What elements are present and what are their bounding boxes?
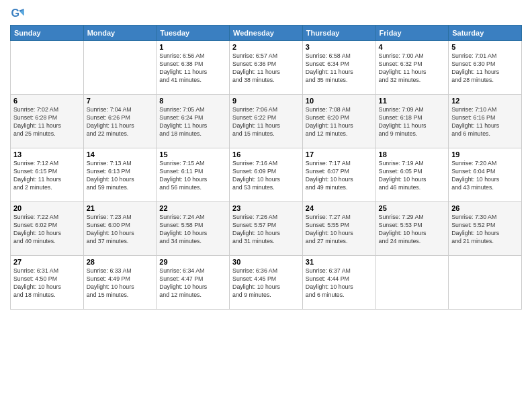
- day-number: 19: [451, 150, 519, 158]
- day-info: Sunrise: 7:00 AM Sunset: 6:32 PM Dayligh…: [379, 52, 446, 85]
- calendar-cell: 26Sunrise: 7:30 AM Sunset: 5:52 PM Dayli…: [449, 202, 522, 256]
- day-info: Sunrise: 6:56 AM Sunset: 6:38 PM Dayligh…: [159, 52, 226, 85]
- day-info: Sunrise: 7:17 AM Sunset: 6:07 PM Dayligh…: [306, 160, 373, 192]
- calendar-cell: 15Sunrise: 7:15 AM Sunset: 6:11 PM Dayli…: [157, 148, 230, 202]
- calendar-cell: 23Sunrise: 7:26 AM Sunset: 5:57 PM Dayli…: [230, 202, 303, 256]
- day-info: Sunrise: 7:23 AM Sunset: 6:00 PM Dayligh…: [87, 214, 154, 246]
- calendar-cell: 22Sunrise: 7:24 AM Sunset: 5:58 PM Dayli…: [157, 202, 230, 256]
- day-info: Sunrise: 7:12 AM Sunset: 6:15 PM Dayligh…: [13, 160, 81, 192]
- day-info: Sunrise: 6:57 AM Sunset: 6:36 PM Dayligh…: [232, 52, 300, 85]
- calendar-cell: 21Sunrise: 7:23 AM Sunset: 6:00 PM Dayli…: [83, 202, 157, 256]
- calendar-cell: 31Sunrise: 6:37 AM Sunset: 4:44 PM Dayli…: [302, 256, 375, 310]
- day-info: Sunrise: 7:13 AM Sunset: 6:13 PM Dayligh…: [87, 160, 154, 192]
- weekday-header: Sunday: [11, 26, 84, 41]
- day-info: Sunrise: 7:24 AM Sunset: 5:58 PM Dayligh…: [159, 214, 226, 246]
- calendar-cell: 29Sunrise: 6:34 AM Sunset: 4:47 PM Dayli…: [157, 256, 230, 310]
- calendar-cell: 9Sunrise: 7:06 AM Sunset: 6:22 PM Daylig…: [230, 95, 303, 148]
- weekday-header: Tuesday: [157, 26, 230, 41]
- calendar-cell: [11, 41, 84, 95]
- day-info: Sunrise: 6:33 AM Sunset: 4:49 PM Dayligh…: [87, 267, 154, 300]
- calendar-cell: 6Sunrise: 7:02 AM Sunset: 6:28 PM Daylig…: [11, 95, 84, 148]
- day-info: Sunrise: 7:02 AM Sunset: 6:28 PM Dayligh…: [13, 106, 81, 138]
- day-info: Sunrise: 7:27 AM Sunset: 5:55 PM Dayligh…: [306, 214, 373, 246]
- calendar-body: 1Sunrise: 6:56 AM Sunset: 6:38 PM Daylig…: [11, 41, 522, 310]
- calendar-cell: 30Sunrise: 6:36 AM Sunset: 4:45 PM Dayli…: [230, 256, 303, 310]
- day-number: 11: [379, 97, 446, 105]
- day-info: Sunrise: 7:06 AM Sunset: 6:22 PM Dayligh…: [232, 106, 300, 138]
- day-number: 4: [379, 43, 446, 51]
- day-info: Sunrise: 6:37 AM Sunset: 4:44 PM Dayligh…: [306, 267, 373, 300]
- calendar-cell: 2Sunrise: 6:57 AM Sunset: 6:36 PM Daylig…: [230, 41, 303, 95]
- day-number: 13: [13, 150, 81, 158]
- day-number: 18: [379, 150, 446, 158]
- day-info: Sunrise: 6:34 AM Sunset: 4:47 PM Dayligh…: [159, 267, 226, 300]
- calendar-cell: 12Sunrise: 7:10 AM Sunset: 6:16 PM Dayli…: [449, 95, 522, 148]
- day-info: Sunrise: 7:29 AM Sunset: 5:53 PM Dayligh…: [379, 214, 446, 246]
- calendar-table: SundayMondayTuesdayWednesdayThursdayFrid…: [10, 25, 522, 310]
- day-number: 16: [232, 150, 300, 158]
- weekday-header: Monday: [83, 26, 157, 41]
- day-number: 24: [306, 204, 373, 212]
- calendar-cell: 7Sunrise: 7:04 AM Sunset: 6:26 PM Daylig…: [83, 95, 157, 148]
- header-row-days: SundayMondayTuesdayWednesdayThursdayFrid…: [11, 26, 522, 41]
- calendar-week-row: 13Sunrise: 7:12 AM Sunset: 6:15 PM Dayli…: [11, 148, 522, 202]
- calendar-cell: 24Sunrise: 7:27 AM Sunset: 5:55 PM Dayli…: [302, 202, 375, 256]
- calendar-cell: 18Sunrise: 7:19 AM Sunset: 6:05 PM Dayli…: [375, 148, 449, 202]
- day-number: 29: [159, 258, 226, 266]
- day-info: Sunrise: 7:09 AM Sunset: 6:18 PM Dayligh…: [379, 106, 446, 138]
- day-number: 5: [451, 43, 519, 51]
- calendar-cell: 13Sunrise: 7:12 AM Sunset: 6:15 PM Dayli…: [11, 148, 84, 202]
- day-info: Sunrise: 7:19 AM Sunset: 6:05 PM Dayligh…: [379, 160, 446, 192]
- calendar-cell: 14Sunrise: 7:13 AM Sunset: 6:13 PM Dayli…: [83, 148, 157, 202]
- day-number: 14: [87, 150, 154, 158]
- day-number: 15: [159, 150, 226, 158]
- day-number: 8: [159, 97, 226, 105]
- day-number: 1: [159, 43, 226, 51]
- day-info: Sunrise: 7:20 AM Sunset: 6:04 PM Dayligh…: [451, 160, 519, 192]
- day-number: 21: [87, 204, 154, 212]
- calendar-week-row: 1Sunrise: 6:56 AM Sunset: 6:38 PM Daylig…: [11, 41, 522, 95]
- day-number: 17: [306, 150, 373, 158]
- calendar-cell: 16Sunrise: 7:16 AM Sunset: 6:09 PM Dayli…: [230, 148, 303, 202]
- weekday-header: Thursday: [302, 26, 375, 41]
- day-number: 7: [87, 97, 154, 105]
- calendar-cell: 20Sunrise: 7:22 AM Sunset: 6:02 PM Dayli…: [11, 202, 84, 256]
- calendar-header: SundayMondayTuesdayWednesdayThursdayFrid…: [11, 26, 522, 41]
- day-info: Sunrise: 6:58 AM Sunset: 6:34 PM Dayligh…: [306, 52, 373, 85]
- calendar-cell: 27Sunrise: 6:31 AM Sunset: 4:50 PM Dayli…: [11, 256, 84, 310]
- calendar-cell: [375, 256, 449, 310]
- calendar-cell: 3Sunrise: 6:58 AM Sunset: 6:34 PM Daylig…: [302, 41, 375, 95]
- calendar-cell: [449, 256, 522, 310]
- day-number: 3: [306, 43, 373, 51]
- day-info: Sunrise: 7:30 AM Sunset: 5:52 PM Dayligh…: [451, 214, 519, 246]
- calendar-cell: 11Sunrise: 7:09 AM Sunset: 6:18 PM Dayli…: [375, 95, 449, 148]
- weekday-header: Saturday: [449, 26, 522, 41]
- page-container: G SundayMondayTuesdayWednesdayThursdayFr…: [0, 0, 532, 313]
- calendar-cell: 1Sunrise: 6:56 AM Sunset: 6:38 PM Daylig…: [157, 41, 230, 95]
- weekday-header: Friday: [375, 26, 449, 41]
- calendar-cell: 19Sunrise: 7:20 AM Sunset: 6:04 PM Dayli…: [449, 148, 522, 202]
- day-info: Sunrise: 7:16 AM Sunset: 6:09 PM Dayligh…: [232, 160, 300, 192]
- day-info: Sunrise: 7:05 AM Sunset: 6:24 PM Dayligh…: [159, 106, 226, 138]
- calendar-cell: 10Sunrise: 7:08 AM Sunset: 6:20 PM Dayli…: [302, 95, 375, 148]
- day-number: 6: [13, 97, 81, 105]
- day-info: Sunrise: 7:04 AM Sunset: 6:26 PM Dayligh…: [87, 106, 154, 138]
- day-number: 25: [379, 204, 446, 212]
- day-number: 10: [306, 97, 373, 105]
- day-number: 2: [232, 43, 300, 51]
- day-info: Sunrise: 7:01 AM Sunset: 6:30 PM Dayligh…: [451, 52, 519, 85]
- day-number: 22: [159, 204, 226, 212]
- day-info: Sunrise: 6:36 AM Sunset: 4:45 PM Dayligh…: [232, 267, 300, 300]
- logo-icon: G: [10, 7, 25, 21]
- day-number: 9: [232, 97, 300, 105]
- day-info: Sunrise: 7:08 AM Sunset: 6:20 PM Dayligh…: [306, 106, 373, 138]
- day-number: 27: [13, 258, 81, 266]
- header-row: G: [10, 7, 522, 21]
- weekday-header: Wednesday: [230, 26, 303, 41]
- day-number: 12: [451, 97, 519, 105]
- day-number: 26: [451, 204, 519, 212]
- day-info: Sunrise: 7:22 AM Sunset: 6:02 PM Dayligh…: [13, 214, 81, 246]
- calendar-week-row: 27Sunrise: 6:31 AM Sunset: 4:50 PM Dayli…: [11, 256, 522, 310]
- day-number: 20: [13, 204, 81, 212]
- day-number: 23: [232, 204, 300, 212]
